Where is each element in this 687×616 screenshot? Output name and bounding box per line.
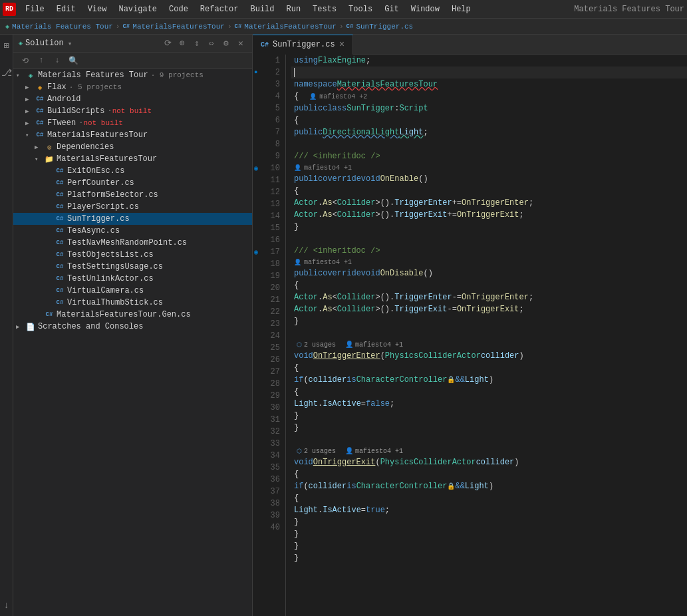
ln-31: 31 (253, 414, 285, 426)
tree-item-mft-folder[interactable]: ▾ 📁 MaterialsFeaturesTour (13, 153, 252, 165)
ln-num-15: 15 (271, 224, 280, 233)
menu-refactor[interactable]: Refactor (195, 3, 244, 15)
tree-icon-virtualcamera: C# (55, 285, 65, 296)
tree-item-perfcounter[interactable]: ▶ C# PerfCounter.cs (13, 177, 252, 189)
code-line-7: public DirectionalLight Light; (291, 126, 687, 138)
tree-item-root[interactable]: ▾ ◈ Materials Features Tour · 9 projects (13, 69, 252, 81)
toolbar-icon-3[interactable]: ↓ (51, 54, 64, 67)
tab-suntrigger[interactable]: C# SunTrigger.cs × (253, 35, 353, 55)
ln-35: 35 (253, 462, 285, 474)
menu-build[interactable]: Build (245, 3, 279, 15)
code-line-35: Light.IsActive = true; (291, 504, 687, 516)
tree-item-buildscripts[interactable]: ▶ C# BuildScripts · not built (13, 105, 252, 117)
tree-item-testnavmesh[interactable]: ▶ C# TestNavMeshRandomPoint.cs (13, 237, 252, 249)
tree-label-testnavmesh: TestNavMeshRandomPoint.cs (67, 238, 187, 247)
breadcrumb-file[interactable]: SunTrigger.cs (356, 23, 413, 31)
op-20: -= (447, 305, 456, 314)
tree-item-testsettings[interactable]: ▶ C# TestSettingsUsage.cs (13, 261, 252, 273)
tree-item-deps[interactable]: ▶ ⚙ Dependencies (13, 141, 252, 153)
tree-item-scratches[interactable]: ▶ 📄 Scratches and Consoles (13, 321, 252, 333)
menu-view[interactable]: View (82, 3, 112, 15)
breadcrumb-folder[interactable]: MaterialsFeaturesTour (244, 23, 337, 31)
tree-item-platformselector[interactable]: ▶ C# PlatformSelector.cs (13, 189, 252, 201)
breadcrumb-sep-1: › (116, 23, 120, 31)
sidebar-header-icons: ⟳ ⊕ ⇕ ⇔ ⚙ ✕ (162, 37, 247, 49)
menu-git[interactable]: Git (379, 3, 404, 15)
menu-file[interactable]: File (20, 3, 50, 15)
type-physicsca-23: PhysicsColliderActor (385, 351, 481, 361)
menu-tests[interactable]: Tests (307, 3, 342, 15)
tree-item-suntrigger[interactable]: ▶ C# SunTrigger.cs (13, 213, 252, 225)
code-line-32: { (291, 468, 687, 480)
menu-run[interactable]: Run (281, 3, 306, 15)
var-light-27: Light (294, 399, 318, 408)
tab-bar: C# SunTrigger.cs × (253, 35, 687, 55)
tree-item-mft-gen[interactable]: ▶ C# MaterialsFeaturesTour.Gen.cs (13, 309, 252, 321)
toolbar-icon-2[interactable]: ↑ (35, 54, 48, 67)
tree-item-flax[interactable]: ▶ ◈ Flax · 5 projects (13, 81, 252, 93)
tab-close-button[interactable]: × (339, 39, 344, 50)
tree-icon-virtualthumbstick: C# (55, 297, 65, 308)
toolbar-search-icon[interactable]: 🔍 (67, 54, 80, 67)
sidebar-dropdown-icon[interactable]: ▾ (68, 39, 72, 48)
indent-14: } (294, 222, 299, 231)
sidebar-header: ◈ Solution ▾ ⟳ ⊕ ⇕ ⇔ ⚙ ✕ (13, 35, 252, 53)
menu-window[interactable]: Window (406, 3, 445, 15)
ln-gutter-17[interactable]: ◉ (254, 248, 258, 256)
menu-navigate[interactable]: Navigate (113, 3, 162, 15)
code-line-23: void OnTriggerEnter(PhysicsColliderActor… (291, 350, 687, 362)
tree-item-tesasync[interactable]: ▶ C# TesAsync.cs (13, 225, 252, 237)
lens-usages-31[interactable]: ⬡ 2 usages (297, 448, 336, 455)
gt-13: >(). (375, 210, 394, 220)
ln-9: 9 (253, 150, 285, 162)
activity-explorer[interactable]: ⊞ (1, 39, 13, 51)
sidebar-globe-icon[interactable]: ⊕ (176, 37, 188, 49)
fn-as-13: As (323, 210, 332, 220)
lens-usages-23[interactable]: ⬡ 2 usages (297, 341, 336, 349)
ln-34: 34 (253, 450, 285, 462)
kw-if-33: if (294, 482, 303, 491)
lens-author-31[interactable]: 👤 mafiesto4 +1 (345, 447, 403, 455)
code-line-39: } (291, 552, 687, 564)
toolbar-icon-1[interactable]: ⟲ (19, 54, 32, 67)
sidebar-collapse-icon[interactable]: ⇕ (191, 37, 203, 49)
op-13: += (447, 210, 456, 220)
lens-author-23[interactable]: 👤 mafiesto4 +1 (345, 341, 403, 349)
code-line-26: { (291, 386, 687, 398)
tree-arrow-flax: ▶ (25, 84, 35, 91)
activity-commit[interactable]: ⎇ (1, 67, 13, 78)
tree-item-playerscript[interactable]: ▶ C# PlayerScript.cs (13, 201, 252, 213)
activity-pull-requests[interactable]: ↓ (1, 599, 13, 611)
sidebar-expand-icon[interactable]: ⇔ (206, 37, 217, 49)
tree-item-exitonesc[interactable]: ▶ C# ExitOnEsc.cs (13, 165, 252, 177)
fn-as-20: As (323, 305, 332, 314)
ln-num-3: 3 (275, 80, 280, 89)
ln-num-25: 25 (271, 343, 280, 353)
breadcrumb-project[interactable]: MaterialsFeaturesTour (132, 23, 225, 31)
code-content[interactable]: using FlaxEngine; namespace MaterialsFea… (286, 55, 687, 616)
tree-label-testobjectslist: TestObjectsList.cs (67, 250, 154, 259)
sidebar-settings-icon[interactable]: ⚙ (220, 37, 232, 49)
sidebar-close-icon[interactable]: ✕ (235, 37, 247, 49)
sidebar-sync-icon[interactable]: ⟳ (162, 37, 174, 49)
menu-code[interactable]: Code (164, 3, 194, 15)
indent-26: { (294, 387, 299, 396)
kw-is-25: is (346, 375, 356, 385)
paren-33b: ) (489, 482, 493, 491)
tree-item-mft[interactable]: ▾ C# MaterialsFeaturesTour (13, 129, 252, 141)
tree-item-virtualcamera[interactable]: ▶ C# VirtualCamera.cs (13, 285, 252, 297)
ln-gutter-10[interactable]: ◉ (254, 164, 258, 172)
breadcrumb-solution[interactable]: Materials Features Tour (12, 23, 113, 31)
tree-item-android[interactable]: ▶ C# Android (13, 93, 252, 105)
tree-item-testunlinkactor[interactable]: ▶ C# TestUnlinkActor.cs (13, 273, 252, 285)
fn-ondisable: OnDisable (380, 269, 424, 278)
menu-tools[interactable]: Tools (343, 3, 378, 15)
tree-item-ftween[interactable]: ▶ C# FTween · not built (13, 117, 252, 129)
menu-edit[interactable]: Edit (51, 3, 81, 15)
menu-help[interactable]: Help (446, 3, 476, 15)
tree-item-testobjectslist[interactable]: ▶ C# TestObjectsList.cs (13, 249, 252, 261)
code-line-2 (291, 67, 687, 78)
tree-item-virtualthumbstick[interactable]: ▶ C# VirtualThumbStick.cs (13, 297, 252, 309)
ln-25: 25 (253, 342, 285, 354)
tree-icon-scratches: 📄 (25, 321, 36, 332)
